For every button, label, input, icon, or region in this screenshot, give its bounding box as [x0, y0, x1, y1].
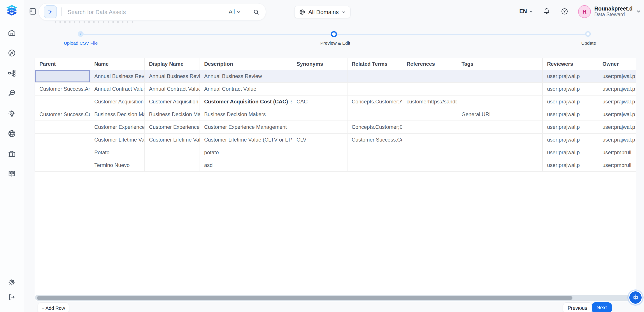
grid-cell-r5-c7[interactable] [457, 133, 542, 146]
grid-cell-r6-c6[interactable] [402, 146, 457, 159]
grid-cell-r5-c6[interactable] [402, 133, 457, 146]
grid-cell-r4-c7[interactable] [457, 121, 542, 133]
grid-cell-r7-c0[interactable] [35, 159, 90, 172]
grid-cell-r5-c9[interactable]: user:prajwal.p [598, 133, 636, 146]
grid-cell-r0-c2[interactable]: Annual Business Revie... [144, 70, 200, 83]
app-logo[interactable] [6, 4, 18, 17]
sidebar-item-home[interactable] [7, 28, 16, 37]
next-button[interactable]: Next [592, 302, 612, 312]
grid-cell-r2-c9[interactable]: user:prajwal.p [598, 95, 636, 108]
grid-cell-r1-c1[interactable]: Annual Contract Value [90, 83, 144, 95]
grid-cell-r0-c6[interactable] [402, 70, 457, 83]
grid-cell-r3-c9[interactable]: user:prajwal.p [598, 108, 636, 121]
grid-cell-r1-c4[interactable] [292, 83, 347, 95]
grid-cell-r1-c2[interactable]: Annual Contract Value ... [144, 83, 200, 95]
grid-cell-r7-c3[interactable]: asd [200, 159, 292, 172]
language-selector[interactable]: EN [519, 8, 533, 15]
grid-cell-r6-c9[interactable]: user:pmbrull [598, 146, 636, 159]
grid-cell-r2-c4[interactable]: CAC [292, 95, 347, 108]
grid-cell-r0-c9[interactable]: user:prajwal.p [598, 70, 636, 83]
grid-cell-r0-c7[interactable] [457, 70, 542, 83]
grid-cell-r6-c0[interactable] [35, 146, 90, 159]
grid-cell-r1-c6[interactable] [402, 83, 457, 95]
grid-cell-r5-c2[interactable]: Customer Lifetime Val... [144, 133, 200, 146]
settings-gear-icon[interactable] [7, 277, 16, 286]
grid-cell-r6-c3[interactable]: potato [200, 146, 292, 159]
grid-cell-r6-c5[interactable] [347, 146, 402, 159]
previous-button[interactable]: Previous [563, 302, 592, 312]
grid-cell-r3-c1[interactable]: Business Decision Ma... [90, 108, 144, 121]
logout-icon[interactable] [7, 292, 16, 301]
grid-cell-r1-c9[interactable]: user:prajwal.p [598, 83, 636, 95]
grid-cell-r4-c9[interactable]: user:prajwal.p [598, 121, 636, 133]
grid-cell-r7-c8[interactable]: user:prajwal.p [542, 159, 598, 172]
grid-cell-r1-c3[interactable]: Annual Contract Value [200, 83, 292, 95]
grid-cell-r7-c6[interactable] [402, 159, 457, 172]
magnifier-icon[interactable] [250, 9, 263, 15]
grid-cell-r4-c5[interactable]: Concepts.Customer;C... [347, 121, 402, 133]
search-input[interactable] [67, 8, 226, 16]
sidebar-item-explore[interactable] [7, 48, 16, 57]
grid-cell-r1-c5[interactable] [347, 83, 402, 95]
grid-cell-r0-c8[interactable]: user:prajwal.p [542, 70, 598, 83]
grid-cell-r2-c8[interactable]: user:prajwal.p [542, 95, 598, 108]
grid-cell-r1-c7[interactable] [457, 83, 542, 95]
add-row-button[interactable]: + Add Row [38, 302, 69, 312]
grid-cell-r0-c3[interactable]: Annual Business Review [200, 70, 292, 83]
grid-cell-r2-c7[interactable] [457, 95, 542, 108]
grid-cell-r3-c8[interactable]: user:prajwal.p [542, 108, 598, 121]
grid-cell-r7-c2[interactable] [144, 159, 200, 172]
grid-cell-r4-c4[interactable] [292, 121, 347, 133]
panel-toggle-icon[interactable] [29, 8, 36, 15]
sidebar-item-lineage[interactable] [7, 68, 16, 78]
grid-cell-r3-c0[interactable]: Customer Success.Cu... [35, 108, 90, 121]
grid-cell-r4-c0[interactable] [35, 121, 90, 133]
grid-cell-r3-c6[interactable] [402, 108, 457, 121]
user-menu[interactable]: R Rounakpreet.d Data Steward [578, 5, 640, 18]
grid-cell-r3-c4[interactable] [292, 108, 347, 121]
grid-cell-r3-c2[interactable]: Business Decision Ma... [144, 108, 200, 121]
grid-cell-r4-c1[interactable]: Customer Experience ... [90, 121, 144, 133]
all-domains-button[interactable]: All Domains [294, 6, 350, 19]
grid-cell-r1-c8[interactable]: user:prajwal.p [542, 83, 598, 95]
grid-cell-r5-c0[interactable] [35, 133, 90, 146]
grid-cell-r7-c4[interactable] [292, 159, 347, 172]
grid-cell-r2-c6[interactable]: customerhttps://sandb... [402, 95, 457, 108]
help-button[interactable] [560, 7, 569, 16]
grid-cell-r3-c7[interactable]: General.URL [457, 108, 542, 121]
grid-cell-r0-c4[interactable] [292, 70, 347, 83]
grid-cell-r0-c5[interactable] [347, 70, 402, 83]
grid-cell-r6-c4[interactable] [292, 146, 347, 159]
grid-cell-r5-c8[interactable]: user:prajwal.p [542, 133, 598, 146]
grid-cell-r2-c3[interactable]: Customer Acquisition Cost (CAC) is a ... [200, 95, 292, 108]
grid-cell-r2-c5[interactable]: Concepts.Customer;A... [347, 95, 402, 108]
grid-cell-r3-c5[interactable] [347, 108, 402, 121]
chatbot-button[interactable] [628, 290, 642, 304]
grid-cell-r6-c8[interactable]: user:prajwal.p [542, 146, 598, 159]
grid-cell-r2-c2[interactable]: Customer Acquisition ... [144, 95, 200, 108]
grid-cell-r7-c7[interactable] [457, 159, 542, 172]
grid-cell-r2-c0[interactable] [35, 95, 90, 108]
search-scope-dropdown[interactable]: All [226, 9, 243, 15]
grid-cell-r5-c1[interactable]: Customer Lifetime Value [90, 133, 144, 146]
grid-cell-r5-c3[interactable]: Customer Lifetime Value (CLTV or LTV) i.… [200, 133, 292, 146]
grid-cell-r1-c0[interactable]: Customer Success.An... [35, 83, 90, 95]
grid-cell-r4-c6[interactable] [402, 121, 457, 133]
horizontal-scrollbar-track[interactable] [35, 295, 636, 300]
grid-cell-r6-c7[interactable] [457, 146, 542, 159]
ai-sparkles-icon[interactable] [44, 5, 57, 19]
grid-cell-r6-c2[interactable] [144, 146, 200, 159]
grid-cell-r6-c1[interactable]: Potato [90, 146, 144, 159]
grid-cell-r7-c5[interactable] [347, 159, 402, 172]
sidebar-item-domains[interactable] [7, 129, 16, 138]
grid-cell-r3-c3[interactable]: Business Decision Makers [200, 108, 292, 121]
grid-cell-r4-c3[interactable]: Customer Experience Management [200, 121, 292, 133]
sidebar-item-insights[interactable] [7, 109, 16, 118]
grid-cell-r7-c1[interactable]: Termino Nuevo [90, 159, 144, 172]
sidebar-item-governance[interactable] [7, 149, 16, 158]
sidebar-item-glossary[interactable] [7, 169, 16, 178]
grid-cell-r5-c4[interactable]: CLV [292, 133, 347, 146]
grid-cell-r0-c1[interactable]: Annual Business Review [90, 70, 144, 83]
grid-cell-r4-c8[interactable]: user:prajwal.p [542, 121, 598, 133]
notifications-button[interactable] [542, 7, 551, 16]
